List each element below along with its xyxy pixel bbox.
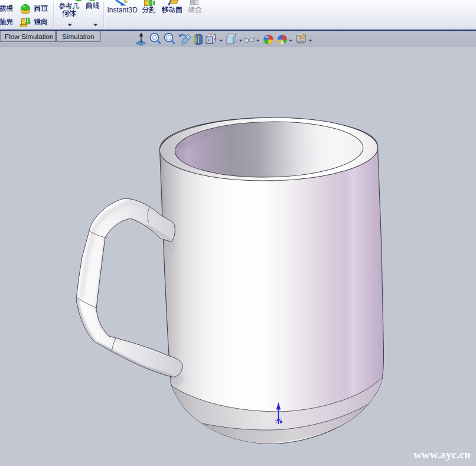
svg-text:Flow Simulation: Flow Simulation [5, 32, 54, 40]
svg-text:Simulation: Simulation [62, 32, 94, 40]
svg-text:Instant3D: Instant3D [107, 6, 138, 14]
svg-text:www.ayc.cn: www.ayc.cn [413, 448, 471, 461]
